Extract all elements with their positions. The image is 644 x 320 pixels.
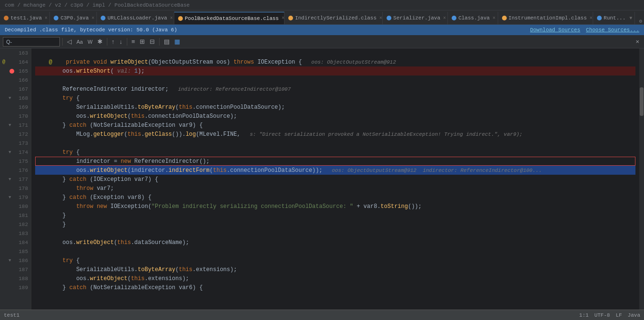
margin-174 bbox=[0, 148, 8, 157]
line-num-179: ▼ 179 bbox=[8, 193, 31, 202]
margin-166 bbox=[0, 75, 8, 85]
margin-176 bbox=[0, 166, 8, 175]
breadcrumb-text: com / mchange / v2 / c3p0 / impl / PoolB… bbox=[5, 2, 189, 8]
code-line-184: oos. writeObject ( this .dataSourceName)… bbox=[35, 238, 635, 247]
tab-close-instrumentation[interactable]: × bbox=[590, 16, 593, 21]
choose-sources-link[interactable]: Choose Sources... bbox=[586, 27, 639, 33]
toolbar-up-btn[interactable]: ↑ bbox=[110, 37, 117, 46]
margin-187 bbox=[0, 265, 8, 274]
margin-185 bbox=[0, 247, 8, 256]
tab-label-indirectly: IndirectlySerialized.class bbox=[295, 15, 377, 21]
breakpoint-165[interactable] bbox=[9, 69, 14, 74]
code-line-187: SerializableUtils. toByteArray ( this .e… bbox=[35, 265, 635, 274]
line-num-164: 164 bbox=[8, 57, 31, 66]
status-right: 1:1 UTF-8 LF Java bbox=[579, 312, 640, 318]
tab-urlclassloader[interactable]: URLClassLoader.java × bbox=[97, 12, 174, 24]
code-line-189: } catch (NotSerializableException var6) … bbox=[35, 283, 635, 292]
tab-icon-serializer bbox=[387, 16, 391, 20]
tab-close-urlclassloader[interactable]: × bbox=[170, 16, 173, 21]
toolbar-close-btn[interactable]: × bbox=[634, 37, 641, 46]
status-encoding: UTF-8 bbox=[594, 312, 610, 318]
toolbar-w-btn[interactable]: W bbox=[85, 38, 94, 46]
toolbar-grid2-btn[interactable]: ⊟ bbox=[148, 37, 157, 46]
line-num-167: 167 bbox=[8, 85, 31, 94]
download-sources-link[interactable]: Download Sources bbox=[530, 27, 580, 33]
margin-167 bbox=[0, 85, 8, 94]
tab-poolbacked[interactable]: PoolBackedDataSourceBase.class × bbox=[174, 12, 284, 24]
line-num-182: 182 bbox=[8, 220, 31, 229]
status-position: 1:1 bbox=[579, 312, 589, 318]
toolbar-filter2-btn[interactable]: ▦ bbox=[172, 37, 182, 46]
line-num-168: ▼ 168 bbox=[8, 94, 31, 103]
tab-icon-class bbox=[452, 16, 456, 20]
fold-arrow-179[interactable]: ▼ bbox=[9, 195, 30, 200]
code-line-180: throw new IOException( "Problem indirect… bbox=[35, 202, 635, 211]
margin-168 bbox=[0, 94, 8, 103]
tab-class[interactable]: Class.java × bbox=[448, 12, 498, 24]
margin-173 bbox=[0, 139, 8, 148]
code-area[interactable]: @ private void writeObject (ObjectOutput… bbox=[31, 48, 639, 310]
tab-close-test1[interactable]: × bbox=[45, 16, 47, 21]
line-num-175: 175 bbox=[8, 157, 31, 166]
line-num-163: 163 bbox=[8, 48, 31, 57]
tab-dropdown-icon[interactable]: ▼ bbox=[629, 16, 632, 21]
tab-close-poolbacked[interactable]: × bbox=[282, 16, 284, 21]
editor-container: @ 163 164 165 166 167 bbox=[0, 48, 644, 310]
margin-172 bbox=[0, 130, 8, 139]
line-num-170: 170 bbox=[8, 112, 31, 121]
tab-indirectly[interactable]: IndirectlySerialized.class × bbox=[284, 12, 383, 24]
annotation-164: @ bbox=[35, 59, 52, 66]
fold-arrow-174[interactable]: ▼ bbox=[9, 150, 30, 155]
line-num-178: 178 bbox=[8, 184, 31, 193]
tab-icon-test1 bbox=[4, 16, 9, 20]
code-line-177: } catch (IOException var7) { bbox=[35, 175, 635, 184]
tab-c3p0[interactable]: C3P0.java × bbox=[50, 12, 97, 24]
scrollbar-thumb[interactable] bbox=[640, 87, 644, 116]
code-line-167: ReferenceIndirector indirector; indirect… bbox=[35, 85, 635, 94]
toolbar-sep-1 bbox=[62, 38, 63, 46]
toolbar-star-btn[interactable]: ✱ bbox=[95, 37, 104, 46]
tab-close-serializer[interactable]: × bbox=[443, 16, 446, 21]
fold-arrow-177[interactable]: ▼ bbox=[9, 177, 30, 182]
margin-178 bbox=[0, 184, 8, 193]
scrollbar-track[interactable] bbox=[639, 48, 644, 310]
gutter: 163 164 165 166 167 ▼ 168 169 170 ▼ 171 … bbox=[8, 48, 31, 310]
code-line-188: oos. writeObject ( this .extensions); bbox=[35, 274, 635, 283]
fold-arrow-168[interactable]: ▼ bbox=[9, 96, 30, 101]
tab-runt[interactable]: Runt... ▼ bbox=[593, 12, 635, 24]
tab-label-serializer: Serializer.java bbox=[393, 15, 440, 21]
fold-arrow-171[interactable]: ▼ bbox=[9, 123, 30, 128]
toolbar-grid1-btn[interactable]: ⊞ bbox=[138, 37, 147, 46]
tab-label-test1: test1.java bbox=[10, 15, 42, 21]
toolbar-filter-btn[interactable]: ▤ bbox=[162, 37, 171, 46]
code-line-172: MLog. getLogger ( this . getClass ()). l… bbox=[35, 130, 635, 139]
search-input[interactable] bbox=[3, 37, 60, 47]
toolbar-back-btn[interactable]: ◁ bbox=[65, 37, 74, 46]
toolbar-sep-4 bbox=[159, 38, 160, 46]
code-line-181: } bbox=[35, 211, 635, 220]
tab-icon-c3p0 bbox=[54, 16, 58, 20]
line-num-186: ▼ 186 bbox=[8, 256, 31, 265]
tab-serializer[interactable]: Serializer.java × bbox=[383, 12, 448, 24]
toolbar-down-btn[interactable]: ↓ bbox=[117, 37, 124, 46]
code-line-163 bbox=[35, 48, 635, 57]
code-line-165: oos. writeShort ( val: 1 ); bbox=[35, 66, 635, 75]
code-line-164: @ private void writeObject (ObjectOutput… bbox=[35, 57, 635, 66]
tab-settings-icon[interactable]: ⚙ bbox=[637, 18, 644, 24]
tab-label-runt: Runt... bbox=[604, 15, 625, 21]
toolbar-align-btn[interactable]: ≡ bbox=[130, 37, 137, 46]
line-num-185: 185 bbox=[8, 247, 31, 256]
code-line-179: } catch (Exception var8) { bbox=[35, 193, 635, 202]
margin-180 bbox=[0, 202, 8, 211]
tab-close-class[interactable]: × bbox=[492, 16, 495, 21]
tab-test1[interactable]: test1.java × bbox=[0, 12, 50, 24]
toolbar-aa-btn[interactable]: Aa bbox=[75, 38, 85, 46]
line-num-189: 189 bbox=[8, 283, 31, 292]
tab-close-indirectly[interactable]: × bbox=[379, 16, 382, 21]
line-num-187: 187 bbox=[8, 265, 31, 274]
fold-arrow-186[interactable]: ▼ bbox=[9, 258, 30, 263]
tab-instrumentation[interactable]: InstrumentationImpl.class × bbox=[498, 12, 594, 24]
tab-close-c3p0[interactable]: × bbox=[92, 16, 95, 21]
tab-icon-runt bbox=[597, 16, 602, 20]
status-line-ending: LF bbox=[616, 312, 622, 318]
